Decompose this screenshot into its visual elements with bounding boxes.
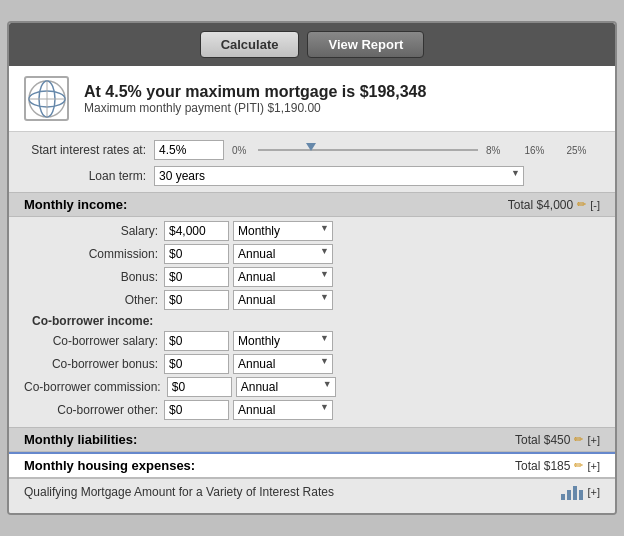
interest-rate-row: Start interest rates at: 0% 8% 16% 25% [24,140,600,160]
other-period-select[interactable]: AnnualMonthly [233,290,333,310]
commission-period-select[interactable]: AnnualMonthly [233,244,333,264]
result-text: At 4.5% your maximum mortgage is $198,34… [84,83,426,101]
header-section: At 4.5% your maximum mortgage is $198,34… [9,66,615,132]
interest-rate-label: Start interest rates at: [24,143,154,157]
loan-term-select-wrapper: 30 years 15 years 20 years 10 years [154,166,524,186]
loan-term-select[interactable]: 30 years 15 years 20 years 10 years [154,166,524,186]
coborrower-commission-period-wrapper: AnnualMonthly [236,377,336,397]
commission-row: Commission: AnnualMonthly [24,244,600,264]
interest-rate-input[interactable] [154,140,224,160]
housing-edit-icon[interactable]: ✏ [574,459,583,472]
income-edit-icon[interactable]: ✏ [577,198,586,211]
monthly-income-title: Monthly income: [24,197,127,212]
coborrower-bonus-period-select[interactable]: AnnualMonthly [233,354,333,374]
liabilities-edit-icon[interactable]: ✏ [574,433,583,446]
monthly-liabilities-total-group: Total $450 ✏ [+] [515,433,600,447]
monthly-income-header: Monthly income: Total $4,000 ✏ [-] [9,192,615,217]
content: Start interest rates at: 0% 8% 16% 25% L… [9,132,615,513]
coborrower-other-label: Co-borrower other: [24,403,164,417]
bottom-text: Qualifying Mortgage Amount for a Variety… [24,485,334,499]
monthly-liabilities-title: Monthly liabilities: [24,432,137,447]
pct-16-label: 16% [524,145,544,156]
coborrower-bonus-period-wrapper: AnnualMonthly [233,354,333,374]
loan-term-label: Loan term: [24,169,154,183]
income-rows: Salary: MonthlyAnnual Commission: Annual… [24,217,600,427]
coborrower-salary-label: Co-borrower salary: [24,334,164,348]
monthly-housing-header: Monthly housing expenses: Total $185 ✏ [… [9,452,615,478]
income-expand-icon[interactable]: [-] [590,199,600,211]
chart-icon[interactable] [561,484,583,500]
monthly-income-total-group: Total $4,000 ✏ [-] [508,198,600,212]
coborrower-bonus-label: Co-borrower bonus: [24,357,164,371]
coborrower-other-period-select[interactable]: AnnualMonthly [233,400,333,420]
bonus-period-wrapper: AnnualMonthly [233,267,333,287]
calculate-button[interactable]: Calculate [200,31,300,58]
coborrower-title: Co-borrower income: [24,314,600,328]
toolbar: Calculate View Report [9,23,615,66]
other-period-wrapper: AnnualMonthly [233,290,333,310]
coborrower-bonus-input[interactable] [164,354,229,374]
monthly-liabilities-header: Monthly liabilities: Total $450 ✏ [+] [9,427,615,452]
logo [24,76,69,121]
bonus-period-select[interactable]: AnnualMonthly [233,267,333,287]
payment-text: Maximum monthly payment (PITI) $1,190.00 [84,101,426,115]
other-row: Other: AnnualMonthly [24,290,600,310]
bonus-input[interactable] [164,267,229,287]
monthly-income-total: Total $4,000 [508,198,573,212]
commission-period-wrapper: AnnualMonthly [233,244,333,264]
housing-expand-icon[interactable]: [+] [587,460,600,472]
monthly-housing-total-group: Total $185 ✏ [+] [515,459,600,473]
salary-row: Salary: MonthlyAnnual [24,221,600,241]
header-text: At 4.5% your maximum mortgage is $198,34… [84,83,426,115]
view-report-button[interactable]: View Report [307,31,424,58]
coborrower-other-input[interactable] [164,400,229,420]
salary-input[interactable] [164,221,229,241]
pct-0-label: 0% [232,145,254,156]
coborrower-salary-row: Co-borrower salary: MonthlyAnnual [24,331,600,351]
monthly-housing-title: Monthly housing expenses: [24,458,195,473]
pct-25-label: 25% [566,145,586,156]
bottom-icons: [+] [561,484,600,500]
bottom-row: Qualifying Mortgage Amount for a Variety… [9,478,615,505]
pct-8-label: 8% [486,145,500,156]
coborrower-commission-row: Co-borrower commission: AnnualMonthly [24,377,600,397]
coborrower-salary-period-wrapper: MonthlyAnnual [233,331,333,351]
coborrower-salary-input[interactable] [164,331,229,351]
monthly-liabilities-total: Total $450 [515,433,570,447]
other-label: Other: [24,293,164,307]
salary-label: Salary: [24,224,164,238]
interest-rate-slider[interactable] [258,146,478,154]
coborrower-commission-label: Co-borrower commission: [24,380,167,394]
coborrower-other-period-wrapper: AnnualMonthly [233,400,333,420]
loan-term-row: Loan term: 30 years 15 years 20 years 10… [24,166,600,186]
liabilities-expand-icon[interactable]: [+] [587,434,600,446]
coborrower-bonus-row: Co-borrower bonus: AnnualMonthly [24,354,600,374]
salary-period-select[interactable]: MonthlyAnnual [233,221,333,241]
commission-label: Commission: [24,247,164,261]
salary-period-wrapper: MonthlyAnnual [233,221,333,241]
monthly-housing-total: Total $185 [515,459,570,473]
coborrower-commission-period-select[interactable]: AnnualMonthly [236,377,336,397]
coborrower-salary-period-select[interactable]: MonthlyAnnual [233,331,333,351]
bonus-label: Bonus: [24,270,164,284]
other-input[interactable] [164,290,229,310]
bottom-expand-icon[interactable]: [+] [587,486,600,498]
bonus-row: Bonus: AnnualMonthly [24,267,600,287]
coborrower-other-row: Co-borrower other: AnnualMonthly [24,400,600,420]
commission-input[interactable] [164,244,229,264]
coborrower-commission-input[interactable] [167,377,232,397]
